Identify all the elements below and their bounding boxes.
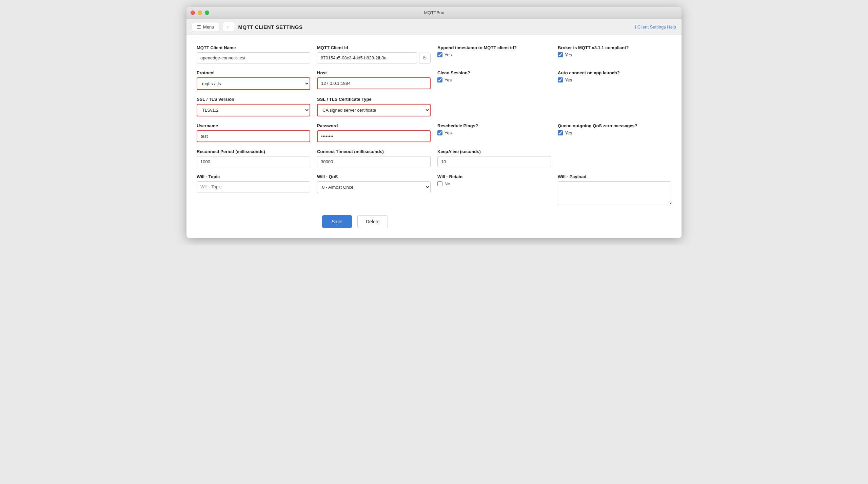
protocol-label: Protocol xyxy=(197,70,310,75)
app-window: MQTTBox ☰ Menu ← MQTT CLIENT SETTINGS ℹ … xyxy=(186,7,682,238)
mqtt-client-id-group: MQTT Client Id ↻ xyxy=(317,45,431,63)
toolbar: ☰ Menu ← MQTT CLIENT SETTINGS ℹ Client S… xyxy=(186,19,682,35)
page-title: MQTT CLIENT SETTINGS xyxy=(238,24,303,30)
connect-timeout-label: Connect Timeout (milliseconds) xyxy=(317,149,431,154)
queue-outgoing-label: Queue outgoing QoS zero messages? xyxy=(558,123,671,128)
mqtt-client-name-group: MQTT Client Name xyxy=(197,45,310,63)
will-qos-select[interactable]: 0 - Almost Once 1 - At Least Once 2 - Ex… xyxy=(317,181,431,193)
keepalive-input[interactable] xyxy=(437,156,551,167)
reconnect-period-label: Reconnect Period (milliseconds) xyxy=(197,149,310,154)
append-timestamp-group: Append timestamp to MQTT client id? Yes xyxy=(437,45,551,57)
clean-session-checkbox[interactable] xyxy=(437,77,442,82)
reschedule-pings-label: Reschedule Pings? xyxy=(437,123,551,128)
queue-outgoing-group: Queue outgoing QoS zero messages? Yes xyxy=(558,123,671,135)
clean-session-yes: Yes xyxy=(445,77,452,82)
back-icon: ← xyxy=(226,24,231,30)
reconnect-period-group: Reconnect Period (milliseconds) xyxy=(197,149,310,167)
auto-connect-label: Auto connect on app launch? xyxy=(558,70,671,75)
host-input[interactable] xyxy=(317,77,431,89)
password-label: Password xyxy=(317,123,431,128)
ssl-cert-type-label: SSL / TLS Certificate Type xyxy=(317,97,431,102)
will-retain-label: Will - Retain xyxy=(437,174,551,179)
append-timestamp-label: Append timestamp to MQTT client id? xyxy=(437,45,551,50)
username-group: Username xyxy=(197,123,310,142)
queue-outgoing-checkbox-row: Yes xyxy=(558,130,671,135)
protocol-group: Protocol mqtts / tls mqtt / tcp ws / web… xyxy=(197,70,310,90)
ssl-tls-version-label: SSL / TLS Version xyxy=(197,97,310,102)
keepalive-label: KeepAlive (seconds) xyxy=(437,149,551,154)
client-id-wrapper: ↻ xyxy=(317,52,431,63)
will-retain-checkbox[interactable] xyxy=(437,181,442,186)
auto-connect-yes: Yes xyxy=(565,77,572,82)
username-label: Username xyxy=(197,123,310,128)
action-row: Save Delete xyxy=(197,212,671,228)
help-label: Client Settings Help xyxy=(637,24,676,30)
info-icon: ℹ xyxy=(634,24,636,30)
form-row-6: Will - Topic Will - QoS 0 - Almost Once … xyxy=(197,174,671,205)
connect-timeout-group: Connect Timeout (milliseconds) xyxy=(317,149,431,167)
hamburger-icon: ☰ xyxy=(197,24,201,30)
traffic-lights xyxy=(191,11,209,15)
ssl-tls-version-group: SSL / TLS Version TLSv1 TLSv1.1 TLSv1.2 xyxy=(197,97,310,116)
reschedule-pings-yes: Yes xyxy=(445,130,452,135)
form-row-2: Protocol mqtts / tls mqtt / tcp ws / web… xyxy=(197,70,671,90)
reschedule-pings-checkbox[interactable] xyxy=(437,130,442,135)
mqtt-client-name-input[interactable] xyxy=(197,52,310,63)
mqtt-client-id-input[interactable] xyxy=(317,52,417,63)
will-payload-group: Will - Payload xyxy=(558,174,671,205)
ssl-tls-version-select[interactable]: TLSv1 TLSv1.1 TLSv1.2 xyxy=(197,104,310,116)
will-retain-group: Will - Retain No xyxy=(437,174,551,186)
broker-compliant-checkbox-row: Yes xyxy=(558,52,671,57)
host-label: Host xyxy=(317,70,431,75)
will-topic-group: Will - Topic xyxy=(197,174,310,192)
clean-session-checkbox-row: Yes xyxy=(437,77,551,82)
clean-session-label: Clean Session? xyxy=(437,70,551,75)
auto-connect-checkbox[interactable] xyxy=(558,77,563,82)
mqtt-client-id-label: MQTT Client Id xyxy=(317,45,431,50)
back-button[interactable]: ← xyxy=(223,22,235,32)
will-qos-group: Will - QoS 0 - Almost Once 1 - At Least … xyxy=(317,174,431,193)
toolbar-left: ☰ Menu ← MQTT CLIENT SETTINGS xyxy=(192,22,303,32)
append-timestamp-yes: Yes xyxy=(445,52,452,57)
broker-compliant-yes: Yes xyxy=(565,52,572,57)
username-input[interactable] xyxy=(197,130,310,142)
will-payload-textarea[interactable] xyxy=(558,181,671,205)
form-row-1: MQTT Client Name MQTT Client Id ↻ Append… xyxy=(197,45,671,63)
clean-session-group: Clean Session? Yes xyxy=(437,70,551,82)
broker-compliant-group: Broker is MQTT v3.1.1 compliant? Yes xyxy=(558,45,671,57)
will-retain-no: No xyxy=(445,181,450,186)
protocol-select[interactable]: mqtts / tls mqtt / tcp ws / websocket ws… xyxy=(197,77,310,90)
reconnect-period-input[interactable] xyxy=(197,156,310,167)
save-button[interactable]: Save xyxy=(322,215,352,228)
title-bar: MQTTBox xyxy=(186,7,682,19)
menu-button[interactable]: ☰ Menu xyxy=(192,22,219,32)
refresh-client-id-button[interactable]: ↻ xyxy=(419,53,431,63)
ssl-cert-type-select[interactable]: Self signed certificate CA signed server… xyxy=(317,104,431,116)
host-group: Host xyxy=(317,70,431,89)
delete-button[interactable]: Delete xyxy=(357,215,388,228)
queue-outgoing-yes: Yes xyxy=(565,130,572,135)
will-payload-label: Will - Payload xyxy=(558,174,671,179)
help-link[interactable]: ℹ Client Settings Help xyxy=(634,24,676,30)
broker-compliant-checkbox[interactable] xyxy=(558,52,563,57)
password-input[interactable] xyxy=(317,130,431,142)
auto-connect-group: Auto connect on app launch? Yes xyxy=(558,70,671,82)
append-timestamp-checkbox[interactable] xyxy=(437,52,442,57)
will-topic-label: Will - Topic xyxy=(197,174,310,179)
append-timestamp-checkbox-row: Yes xyxy=(437,52,551,57)
connect-timeout-input[interactable] xyxy=(317,156,431,167)
form-row-5: Reconnect Period (milliseconds) Connect … xyxy=(197,149,671,167)
auto-connect-checkbox-row: Yes xyxy=(558,77,671,82)
reschedule-pings-checkbox-row: Yes xyxy=(437,130,551,135)
password-group: Password xyxy=(317,123,431,142)
queue-outgoing-checkbox[interactable] xyxy=(558,130,563,135)
will-retain-checkbox-row: No xyxy=(437,181,551,186)
close-button[interactable] xyxy=(191,11,195,15)
form-row-4: Username Password Reschedule Pings? Yes … xyxy=(197,123,671,142)
maximize-button[interactable] xyxy=(205,11,209,15)
mqtt-client-name-label: MQTT Client Name xyxy=(197,45,310,50)
content-area: MQTT Client Name MQTT Client Id ↻ Append… xyxy=(186,35,682,238)
will-topic-input[interactable] xyxy=(197,181,310,192)
reschedule-pings-group: Reschedule Pings? Yes xyxy=(437,123,551,135)
minimize-button[interactable] xyxy=(198,11,202,15)
